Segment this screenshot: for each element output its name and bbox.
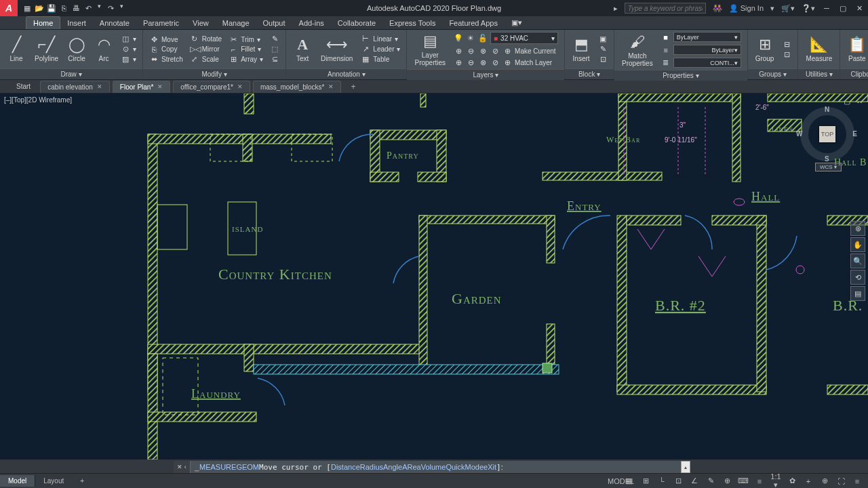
tab-view[interactable]: View (186, 17, 216, 29)
add-layout-button[interactable]: + (72, 475, 92, 487)
tab-home[interactable]: Home (26, 16, 60, 29)
line-button[interactable]: ╱Line (4, 35, 28, 64)
layer-properties-button[interactable]: ▤Layer Properties (411, 31, 449, 68)
search-input[interactable] (625, 3, 706, 14)
block-tool-3[interactable]: ⊡ (596, 54, 610, 64)
panel-title-block[interactable]: Block ▾ (565, 68, 614, 79)
maximize-button[interactable]: ▢ (838, 3, 848, 13)
document-tab[interactable]: cabin elevation✕ (40, 81, 110, 93)
block-tool-1[interactable]: ▣ (596, 34, 610, 44)
misc-draw-3[interactable]: ▨▾ (119, 54, 138, 64)
close-tab-icon[interactable]: ✕ (97, 83, 102, 90)
close-button[interactable]: ✕ (854, 3, 864, 13)
status-toggle-1[interactable]: ▦ (624, 476, 635, 485)
chevron-down-icon[interactable]: ▾ (770, 4, 774, 13)
layer-dropdown[interactable]: ■32 HVAC▾ (490, 32, 558, 44)
paste-button[interactable]: 📋Paste (844, 35, 868, 64)
panel-title-modify[interactable]: Modify ▾ (143, 68, 285, 79)
layout-tab[interactable]: Layout (35, 475, 72, 487)
qat-open-icon[interactable]: 📂 (34, 3, 45, 14)
status-toggle-15[interactable]: ≡ (852, 477, 863, 485)
orbit-icon[interactable]: ⟲ (850, 270, 865, 285)
status-toggle-12[interactable]: + (803, 477, 814, 485)
close-tab-icon[interactable]: ✕ (237, 83, 243, 90)
trim-button[interactable]: ✂Trim ▾ (226, 35, 265, 45)
group-tool-2[interactable]: ⊡ (780, 49, 793, 60)
showmotion-icon[interactable]: ▤ (850, 286, 865, 301)
measure-button[interactable]: 📐Measure (802, 35, 835, 64)
compass-n[interactable]: N (825, 106, 829, 113)
wcs-dropdown[interactable]: WCS ▾ (815, 163, 842, 171)
group-tool-1[interactable]: ⊟ (780, 39, 793, 49)
stretch-button[interactable]: ⬌Stretch (147, 54, 185, 64)
arc-button[interactable]: ◠Arc (92, 35, 116, 64)
tab-addins[interactable]: Add-ins (292, 17, 331, 29)
tab-manage[interactable]: Manage (216, 17, 256, 29)
panel-title-utilities[interactable]: Utilities ▾ (798, 68, 840, 79)
panel-title-properties[interactable]: Properties ▾ (614, 70, 747, 81)
tab-insert[interactable]: Insert (60, 17, 93, 29)
fillet-button[interactable]: ⌐Fillet ▾ (226, 45, 265, 54)
status-toggle-3[interactable]: └ (656, 477, 667, 485)
status-toggle-6[interactable]: ✎ (705, 476, 716, 485)
dimension-button[interactable]: ⟷Dimension (317, 35, 356, 64)
command-input[interactable]: ⎯ MEASUREGEOM Move cursor or [Distance R… (190, 461, 681, 473)
qat-save-icon[interactable]: 💾 (46, 3, 57, 14)
sun-icon[interactable]: ☀ (466, 34, 475, 43)
polyline-button[interactable]: ⌐╱Polyline (31, 35, 62, 64)
command-history-button[interactable]: ▴ (681, 461, 690, 473)
document-tab[interactable]: Start (9, 81, 37, 92)
circle-button[interactable]: ◯Circle (64, 35, 89, 64)
status-toggle-11[interactable]: ✿ (787, 476, 797, 485)
chevron-down-icon[interactable]: ▾ (120, 3, 123, 14)
new-tab-button[interactable]: + (344, 80, 362, 94)
insert-button[interactable]: ⬒Insert (569, 35, 593, 64)
layer-tools-row[interactable]: ⊕⊖⊗⊘ ⊕Make Current (452, 46, 560, 56)
panel-title-groups[interactable]: Groups ▾ (748, 68, 798, 79)
linear-button[interactable]: ⊢Linear ▾ (359, 34, 402, 44)
minimize-button[interactable]: ─ (822, 3, 831, 13)
layer-tools-row2[interactable]: ⊕⊖⊗⊘ ⊕Match Layer (452, 58, 560, 68)
status-toggle-7[interactable]: ⊕ (722, 476, 732, 485)
match-properties-button[interactable]: 🖌Match Properties (618, 32, 656, 68)
steering-wheel-icon[interactable]: ⊛ (850, 221, 865, 236)
copy-button[interactable]: ⎘Copy (147, 45, 185, 54)
exchange-icon[interactable]: 🛒▾ (781, 4, 795, 13)
lock-icon[interactable]: 🔓 (478, 34, 488, 43)
table-button[interactable]: ▦Table (359, 54, 402, 64)
viewcube[interactable]: TOP N S E W WCS ▾ (800, 107, 854, 161)
mirror-button[interactable]: ▷◁Mirror (188, 44, 224, 54)
move-button[interactable]: ✥Move (147, 35, 185, 45)
group-button[interactable]: ⊞Group (752, 35, 778, 64)
status-toggle-5[interactable]: ∠ (689, 476, 700, 485)
block-tool-2[interactable]: ✎ (596, 44, 610, 54)
rotate-button[interactable]: ↻Rotate (188, 34, 224, 44)
status-toggle-0[interactable]: MODEL (608, 477, 618, 485)
tab-overflow-icon[interactable]: ▣▾ (505, 16, 529, 29)
tab-output[interactable]: Output (256, 17, 292, 29)
scale-button[interactable]: ⤢Scale (188, 54, 224, 64)
tab-collaborate[interactable]: Collaborate (331, 17, 382, 29)
leader-button[interactable]: ↗Leader ▾ (359, 44, 402, 54)
qat-print-icon[interactable]: 🖶 (71, 3, 81, 14)
chevron-down-icon[interactable]: ▾ (98, 3, 101, 14)
qat-saveas-icon[interactable]: ⎘ (58, 3, 69, 14)
text-button[interactable]: AText (290, 35, 315, 64)
document-tab[interactable]: Floor Plan*✕ (113, 81, 170, 93)
linetype-dropdown[interactable]: CONTI... ▾ (673, 58, 741, 68)
color-dropdown[interactable]: ByLayer▾ (673, 32, 741, 42)
lineweight-dropdown[interactable]: ByLayer ▾ (673, 45, 741, 55)
erase-icon[interactable]: ✎ (268, 34, 281, 44)
infocenter-icon[interactable]: 👭 (713, 4, 722, 13)
model-tab[interactable]: Model (0, 475, 35, 487)
document-tab[interactable]: mass_model_blocks*✕ (253, 81, 342, 93)
color-swatch-icon[interactable]: ■ (661, 33, 671, 41)
status-toggle-13[interactable]: ⊕ (819, 476, 830, 485)
status-toggle-4[interactable]: ⊡ (673, 476, 684, 485)
qat-undo-icon[interactable]: ↶ (83, 3, 94, 14)
status-toggle-9[interactable]: ≡ (754, 477, 765, 485)
zoom-icon[interactable]: 🔍 (850, 253, 865, 268)
offset-icon[interactable]: ⊆ (268, 54, 281, 64)
close-tab-icon[interactable]: ✕ (157, 83, 163, 90)
bulb-icon[interactable]: 💡 (454, 34, 463, 43)
